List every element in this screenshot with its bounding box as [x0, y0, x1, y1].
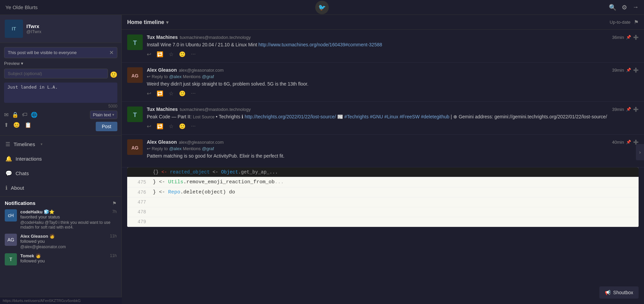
sidebar-item-interactions[interactable]: 🔔 Interactions: [0, 151, 121, 166]
notif-content: Alex Gleason 🧑 11h followed you @alex@gl…: [20, 234, 117, 249]
timeline-title: Home timeline ▾: [127, 19, 168, 25]
notif-time: 7h: [112, 209, 117, 214]
timeline-filter-icon[interactable]: ⚑: [634, 19, 639, 25]
main-layout: IT ITwrx @ITwrx This post will be visibl…: [0, 15, 644, 304]
email-icon[interactable]: ✉: [4, 112, 8, 118]
attachment-icon[interactable]: 📋: [25, 122, 31, 131]
bell-icon: 🔔: [5, 156, 12, 162]
code-line-number: 478: [133, 209, 146, 215]
emoji-react-icon[interactable]: 🙂: [179, 123, 186, 130]
sidebar-item-about[interactable]: ℹ About: [0, 181, 121, 195]
subject-input[interactable]: [4, 69, 108, 78]
lock-icon[interactable]: 🔒: [12, 112, 19, 118]
notif-action: followed you: [20, 239, 117, 244]
user-info: ITwrx @ITwrx: [26, 23, 117, 34]
interactions-label: Interactions: [16, 156, 42, 162]
post-pin-icon[interactable]: 📌: [626, 68, 631, 72]
post-time-actions: 36min 📌 ➕: [612, 35, 639, 40]
reply-mention[interactable]: @alex: [169, 74, 182, 79]
boost-icon[interactable]: 🔁: [157, 90, 163, 97]
settings-icon[interactable]: ⚙: [622, 4, 627, 11]
emoji-icon[interactable]: 😊: [13, 122, 20, 131]
close-visibility-button[interactable]: ✕: [109, 49, 114, 56]
post-body: Tux Machines tuxmachines@mastodon.techno…: [147, 34, 639, 57]
user-profile[interactable]: IT ITwrx @ITwrx: [0, 15, 121, 43]
code-line: 476 } <- Repo.delete(object) do: [127, 187, 639, 197]
reply-icon[interactable]: ↩: [147, 51, 151, 57]
post-name: Tux Machines: [147, 34, 178, 40]
post-avatar: AG: [127, 139, 143, 155]
sidebar: IT ITwrx @ITwrx This post will be visibl…: [0, 15, 122, 304]
notifications-title: Notifications: [5, 200, 36, 206]
favorite-icon[interactable]: ☆: [169, 51, 174, 57]
hashtag[interactable]: #FreeSW: [400, 114, 420, 119]
post-author: Alex Gleason alex@gleasonator.com: [147, 139, 224, 145]
search-icon[interactable]: 🔍: [609, 4, 616, 11]
notif-detail: @codeHaiku @Tay0 i think you would want …: [20, 220, 117, 230]
app-title: Ye Olde Blurts: [5, 4, 38, 10]
sidebar-item-chats[interactable]: 💬 Chats: [0, 166, 121, 181]
reply-mention[interactable]: @alex: [169, 146, 182, 151]
favorite-icon[interactable]: ☆: [169, 90, 174, 97]
timeline-header: Home timeline ▾ Up-to-date ⚑: [122, 15, 644, 30]
notif-time: 11h: [110, 234, 117, 239]
upload-icon[interactable]: ⬆: [4, 122, 8, 131]
more-icon[interactable]: ···: [191, 90, 196, 97]
hashtag[interactable]: #Linux: [384, 114, 398, 119]
post-text: Peak Code — Part II: Lost Source • Techr…: [147, 113, 639, 120]
emoji-picker-icon[interactable]: 🙂: [110, 71, 117, 78]
boost-icon[interactable]: 🔁: [157, 123, 163, 130]
avatar: IT: [5, 20, 23, 38]
post-pin-icon[interactable]: 📌: [626, 140, 631, 144]
timeline-dropdown-icon[interactable]: ▾: [166, 20, 168, 25]
post-button[interactable]: Post: [96, 122, 117, 131]
notifications-section: Notifications ⚑ cH codeHaiku 🧊⭐ 7h favor…: [0, 196, 121, 271]
favorite-icon[interactable]: ☆: [169, 123, 174, 130]
code-line: 477: [127, 197, 639, 207]
right-panel-toggle[interactable]: ›: [636, 144, 644, 160]
timeline-title-text: Home timeline: [127, 19, 164, 25]
post-item: AG Alex Gleason alex@gleasonator.com 40m…: [122, 135, 644, 167]
timelines-expand-icon: ▾: [41, 142, 43, 146]
reply-mention2[interactable]: @graf: [202, 74, 214, 79]
tag-icon[interactable]: 🏷: [22, 112, 27, 118]
emoji-react-icon[interactable]: 🙂: [179, 90, 186, 97]
post-time-actions: 40min 📌 ➕: [612, 140, 639, 145]
post-pin-icon[interactable]: 📌: [626, 107, 631, 112]
more-icon[interactable]: ···: [191, 123, 196, 130]
post-plus-icon[interactable]: ➕: [633, 68, 639, 73]
code-content: } <- Utils.remove_emoji_reaction_from_ob…: [153, 179, 284, 185]
reply-icon[interactable]: ↩: [147, 90, 151, 97]
notifications-filter-icon[interactable]: ⚑: [112, 201, 117, 206]
post-plus-icon[interactable]: ➕: [633, 35, 639, 40]
preview-toggle[interactable]: Preview ▾: [4, 61, 117, 66]
emoji-react-icon[interactable]: 🙂: [179, 51, 186, 57]
hashtag[interactable]: #deletegithub: [421, 114, 450, 119]
notif-detail: @alex@gleasonator.com: [20, 244, 117, 249]
compose-textarea[interactable]: Just landed in L.A.: [4, 83, 117, 103]
compose-toolbar-left: ✉ 🔒 🏷 🌐: [4, 112, 38, 118]
post-author: Tux Machines tuxmachines@mastodon.techno…: [147, 107, 251, 112]
post-pin-icon[interactable]: 📌: [626, 35, 631, 40]
post-link[interactable]: http://www.tuxmachines.org/node/160439#c…: [258, 42, 382, 47]
post-plus-icon[interactable]: ➕: [633, 107, 639, 112]
code-line: {} <- reacted_object <- Object.get_by_ap…: [127, 167, 639, 177]
post-item: AG Alex Gleason alex@gleasonator.com 39m…: [122, 63, 644, 102]
forward-icon[interactable]: →: [632, 4, 639, 11]
reply-icon[interactable]: ↩: [147, 123, 151, 130]
more-icon[interactable]: ···: [191, 51, 196, 57]
sidebar-item-timelines[interactable]: ☰ Timelines ▾: [0, 137, 121, 151]
user-displayname: ITwrx: [26, 23, 117, 29]
avatar-container: IT: [5, 20, 23, 38]
shoutbox-button[interactable]: 📢 Shoutbox: [599, 286, 639, 299]
post-link[interactable]: http://techrights.org/2022/01/22/lost-so…: [245, 114, 336, 119]
post-name: Tux Machines: [147, 107, 178, 112]
reply-mention2[interactable]: @graf: [202, 146, 214, 151]
compose-actions-row: ⬆ 😊 📋 Post: [4, 122, 117, 131]
globe-icon[interactable]: 🌐: [31, 112, 38, 118]
shoutbox-label: Shoutbox: [613, 290, 633, 295]
format-select-value[interactable]: Plain text: [93, 112, 111, 117]
boost-icon[interactable]: 🔁: [157, 51, 163, 57]
hashtag[interactable]: #GNU: [370, 114, 383, 119]
hashtag[interactable]: #Techrights: [344, 114, 369, 119]
